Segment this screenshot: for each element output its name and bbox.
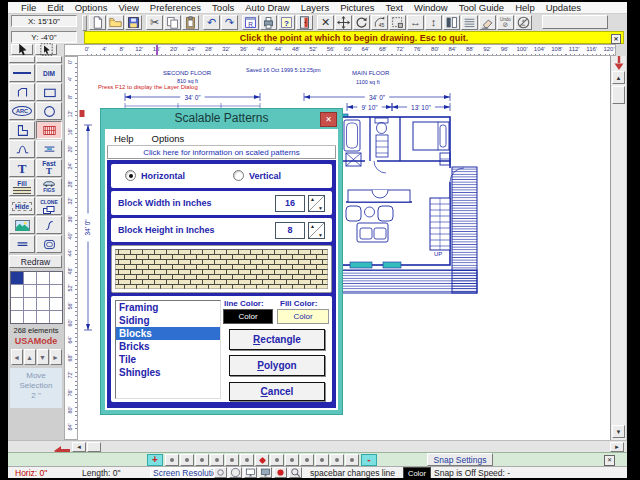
menu-item-pictures[interactable]: Pictures [340,2,374,13]
clone-tool[interactable]: CLONE [36,197,62,215]
menu-item-window[interactable]: Window [414,2,448,13]
menu-item-view[interactable]: View [118,2,138,13]
layer-cell[interactable] [24,285,36,297]
redo-icon[interactable]: ↷ [221,15,238,30]
fill-color-button[interactable]: Color [277,309,329,324]
zoom-level-dot[interactable] [210,454,224,466]
window-tool[interactable] [36,121,62,139]
zoom-level-dot[interactable] [300,454,314,466]
spline-tool[interactable] [36,216,62,234]
zoom-level-dot[interactable] [180,454,194,466]
erase-icon[interactable] [479,15,496,30]
menu-item-text[interactable]: Text [385,2,402,13]
no-symbol-icon[interactable] [515,15,532,30]
scroll-down-icon[interactable]: ▼ [612,425,625,438]
polyline-tool[interactable] [9,83,35,101]
toolbar-grip[interactable] [82,15,87,31]
zoom-level-dot[interactable] [225,454,239,466]
stretch-vertical-icon[interactable]: ↕ [425,15,442,30]
layer-cell[interactable] [11,298,23,310]
vertical-ruler[interactable]: 0'4'8'12'16'20'24'28'32'36'40'44'48'52'5… [64,56,78,440]
rectangle-button[interactable]: Rectangle [229,329,325,350]
pattern-item-tile[interactable]: Tile [116,353,220,366]
rotate-45-icon[interactable]: 45 [371,15,388,30]
new-file-icon[interactable] [89,15,106,30]
vertical-scroll-thumb[interactable] [612,86,625,104]
record-red-icon[interactable] [274,467,287,478]
layer-cell[interactable] [24,311,36,323]
pattern-item-bricks[interactable]: Bricks [116,340,220,353]
menu-item-auto-draw[interactable]: Auto Draw [245,2,289,13]
zoom-level-dot[interactable] [165,454,179,466]
layer-cell[interactable] [11,285,23,297]
line-tool[interactable] [9,64,35,82]
move-up-icon[interactable]: ▲ [24,349,36,365]
scroll-left-icon[interactable]: ◄ [72,442,86,452]
layer-cell[interactable] [50,285,62,297]
zoom-out-button[interactable]: - [361,454,377,466]
room-tool[interactable] [9,121,35,139]
hide-tool[interactable]: Hide [9,197,35,215]
selection-box-cursor-button[interactable] [35,44,57,55]
cut-icon[interactable]: ✂ [146,15,163,30]
horizontal-ruler[interactable]: 0'4'8'12'16'20'24'28'32'36'40'44'48'52'5… [64,44,616,56]
paste-icon[interactable] [182,15,199,30]
layer-cell[interactable] [24,298,36,310]
undo-icon[interactable]: ↶ [203,15,220,30]
stretch-horizontal-icon[interactable]: ↔ [407,15,424,30]
clipped-tool-b[interactable] [36,56,62,63]
move-down-icon[interactable]: ▼ [37,349,49,365]
pattern-item-framing[interactable]: Framing [116,301,220,314]
scroll-page-button[interactable] [87,442,101,452]
pattern-info-link[interactable]: Click here for information on scaled pat… [107,146,336,159]
line-color-button[interactable]: Color [223,309,273,324]
zoom-level-dot[interactable] [270,454,284,466]
block-height-input[interactable]: 8 [275,222,305,239]
round-rect-tool[interactable] [36,235,62,253]
radio-horizontal[interactable]: Horizontal [125,170,185,181]
layer-cell[interactable] [11,311,23,323]
polygon-button[interactable]: Polygon [229,355,325,376]
rotate-icon[interactable] [353,15,370,30]
zoom-in-button[interactable]: + [147,454,163,466]
dialog-title[interactable]: Scalable Patterns [101,109,342,128]
menu-item-tools[interactable]: Tools [212,2,234,13]
menu-item-tool-guide[interactable]: Tool Guide [459,2,504,13]
zoom-level-dot[interactable] [240,454,254,466]
monitor-icon[interactable] [244,467,257,478]
menu-item-updates[interactable]: Updates [546,2,581,13]
double-line-tool[interactable] [36,140,62,158]
dialog-menu-help[interactable]: Help [114,133,134,144]
pattern-item-siding[interactable]: Siding [116,314,220,327]
cancel-button[interactable]: Cancel [229,382,325,401]
pattern-item-blocks[interactable]: Blocks [116,327,220,340]
layer-cell[interactable] [11,272,23,284]
print-icon[interactable] [260,15,277,30]
layer-cell[interactable] [37,298,49,310]
rectangle-tool[interactable] [36,83,62,101]
pointer-cursor-button[interactable] [11,44,33,55]
clipped-tool-a[interactable] [9,56,35,63]
dialog-menu-options[interactable]: Options [152,133,185,144]
menu-item-help[interactable]: Help [515,2,535,13]
fill-tool[interactable]: Fill [9,178,35,196]
vertical-scrollbar[interactable]: ▲ ▼ [610,56,626,440]
circle-tool[interactable] [36,102,62,120]
zoom-level-dot[interactable] [195,454,209,466]
picture-tool[interactable] [9,216,35,234]
menu-item-file[interactable]: File [21,2,36,13]
menu-item-layers[interactable]: Layers [301,2,330,13]
zoom-level-dot[interactable] [285,454,299,466]
undo-delete-icon[interactable]: Undo⊘ [497,15,514,30]
menu-item-preferences[interactable]: Preferences [150,2,201,13]
dimension-tool[interactable]: DIM [36,64,62,82]
block-width-stepper[interactable]: ▲▼ [308,195,325,212]
menu-item-options[interactable]: Options [75,2,108,13]
pattern-item-shingles[interactable]: Shingles [116,366,220,379]
dialog-close-button[interactable]: ✕ [320,112,337,127]
layer-cell[interactable] [50,311,62,323]
save-icon[interactable] [125,15,142,30]
layer-cell[interactable] [37,311,49,323]
block-width-input[interactable]: 16 [275,195,305,212]
delete-icon[interactable]: ✕ [317,15,334,30]
